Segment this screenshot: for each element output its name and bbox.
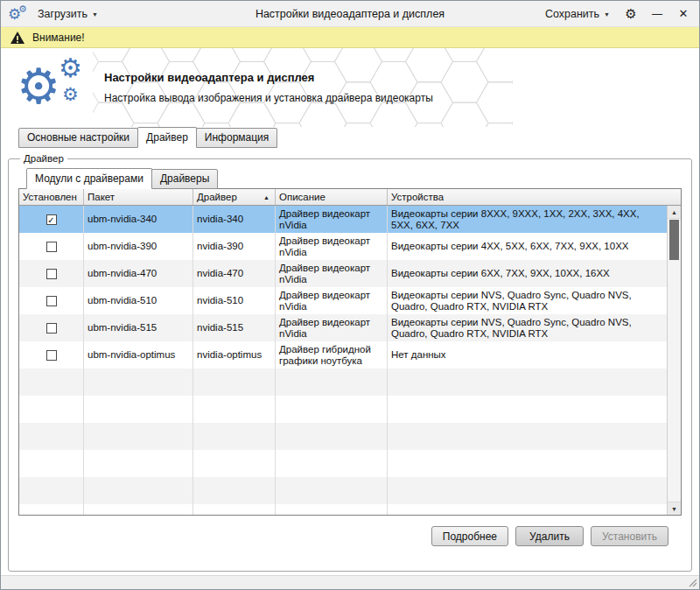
empty-cell [84, 423, 193, 450]
installed-checkbox[interactable] [46, 269, 57, 279]
installed-cell [19, 314, 84, 341]
empty-cell [276, 450, 388, 477]
content-area: Драйвер Модули с драйверами Драйверы Уст… [1, 148, 699, 575]
installed-cell [19, 260, 84, 287]
empty-cell [193, 369, 276, 396]
package-cell: ubm-nvidia-515 [84, 314, 193, 341]
status-bar [1, 575, 699, 589]
table-row[interactable]: ubm-nvidia-390 nvidia-390 Драйвер видеок… [19, 233, 667, 260]
vertical-scrollbar[interactable]: ▲ ▼ [667, 206, 681, 515]
table-row-empty [19, 477, 667, 504]
resize-grip-icon[interactable] [688, 578, 697, 587]
tab-driver[interactable]: Драйвер [137, 127, 197, 148]
empty-cell [276, 504, 388, 515]
tab-driver-modules[interactable]: Модули с драйверами [26, 168, 152, 189]
empty-cell [388, 369, 667, 396]
driver-cell: nvidia-510 [193, 287, 276, 314]
page-title: Настройки видеоадаптера и дисплея [104, 71, 433, 84]
devices-cell: Видеокарты серии NVS, Quadro Sync, Quadr… [388, 314, 667, 341]
minimize-button[interactable]: — [645, 4, 669, 25]
details-button[interactable]: Подробнее [431, 526, 508, 546]
page-subtitle: Настройка вывода изображения и установка… [104, 92, 433, 104]
installed-checkbox[interactable]: ✓ [46, 214, 57, 225]
table-row[interactable]: ubm-nvidia-515 nvidia-515 Драйвер видеок… [19, 314, 667, 341]
warning-icon [10, 31, 25, 45]
installed-cell [19, 341, 84, 369]
package-cell: ubm-nvidia-510 [84, 287, 193, 314]
scroll-down-icon[interactable]: ▼ [668, 502, 681, 515]
scrollbar-thumb[interactable] [669, 220, 679, 260]
empty-cell [193, 450, 276, 477]
scroll-up-icon[interactable]: ▲ [668, 206, 681, 219]
package-cell: ubm-nvidia-470 [84, 260, 193, 287]
table-row[interactable]: ubm-nvidia-510 nvidia-510 Драйвер видеок… [19, 287, 667, 314]
empty-cell [84, 450, 193, 477]
installed-cell [19, 287, 84, 314]
empty-cell [84, 396, 193, 423]
description-cell: Драйвер видеокарт nVidia [276, 287, 388, 314]
empty-cell [388, 450, 667, 477]
table-row[interactable]: ✓ ubm-nvidia-340 nvidia-340 Драйвер виде… [19, 206, 667, 233]
table-row[interactable]: ubm-nvidia-optimus nvidia-optimus Драйве… [19, 341, 667, 369]
table-row-empty [19, 504, 667, 515]
empty-cell [388, 423, 667, 450]
table-row-empty [19, 396, 667, 423]
settings-gear-icon[interactable]: ⚙ [619, 4, 643, 25]
empty-cell [193, 396, 276, 423]
warning-text: Внимание! [32, 32, 85, 44]
tab-drivers[interactable]: Драйверы [151, 169, 218, 189]
table-row-empty [19, 450, 667, 477]
tab-information[interactable]: Информация [196, 128, 277, 148]
column-header-description[interactable]: Описание [276, 189, 388, 205]
dropdown-arrow-icon: ▼ [604, 10, 610, 18]
column-header-installed[interactable]: Установлен [19, 189, 84, 205]
empty-cell [193, 477, 276, 504]
scrollbar-track[interactable] [668, 219, 681, 502]
driver-cell: nvidia-optimus [193, 341, 276, 369]
description-cell: Драйвер гибридной графики ноутбука [276, 341, 388, 369]
empty-cell [388, 396, 667, 423]
empty-cell [19, 396, 84, 423]
devices-cell: Видеокарты серии NVS, Quadro Sync, Quadr… [388, 287, 667, 314]
installed-checkbox[interactable] [46, 350, 57, 361]
installed-checkbox[interactable] [46, 296, 57, 306]
sort-ascending-icon: ▲ [263, 194, 271, 200]
column-header-devices[interactable]: Устройства [388, 189, 681, 205]
main-tab-bar: Основные настройки Драйвер Информация [1, 127, 699, 148]
empty-cell [19, 450, 84, 477]
app-window: Настройки видеоадаптера и дисплея ⚙ ⚙ За… [0, 0, 700, 590]
install-button[interactable]: Установить [591, 526, 668, 546]
dropdown-arrow-icon: ▼ [92, 10, 98, 18]
load-button[interactable]: Загрузить ▼ [31, 4, 105, 24]
installed-checkbox[interactable] [46, 323, 57, 334]
devices-cell: Нет данных [388, 341, 667, 369]
empty-cell [193, 423, 276, 450]
empty-cell [388, 504, 667, 515]
empty-cell [84, 369, 193, 396]
column-header-driver[interactable]: Драйвер ▲ [193, 189, 276, 205]
empty-cell [19, 477, 84, 504]
table-row-empty [19, 369, 667, 396]
empty-cell [84, 504, 193, 515]
driver-cell: nvidia-390 [193, 233, 276, 260]
empty-cell [19, 369, 84, 396]
description-cell: Драйвер видеокарт nVidia [276, 314, 388, 341]
driver-groupbox: Драйвер Модули с драйверами Драйверы Уст… [8, 153, 692, 572]
save-button[interactable]: Сохранить ▼ [538, 4, 617, 24]
column-header-package[interactable]: Пакет [84, 189, 193, 205]
devices-cell: Видеокарты серии 4XX, 5XX, 6XX, 7XX, 9XX… [388, 233, 667, 260]
empty-cell [388, 477, 667, 504]
devices-cell: Видеокарты серии 8XXX, 9XXX, 1XX, 2XX, 3… [388, 206, 667, 233]
delete-button[interactable]: Удалить [515, 526, 584, 546]
table-row[interactable]: ubm-nvidia-470 nvidia-470 Драйвер видеок… [19, 260, 667, 287]
driver-table: Установлен Пакет Драйвер ▲ Описание Устр… [18, 188, 682, 516]
close-button[interactable]: ✕ [671, 4, 696, 25]
empty-cell [19, 423, 84, 450]
inner-tab-bar: Модули с драйверами Драйверы [18, 169, 682, 189]
empty-cell [84, 477, 193, 504]
table-row-empty [19, 423, 667, 450]
tab-basic-settings[interactable]: Основные настройки [18, 128, 138, 148]
groupbox-label: Драйвер [20, 153, 67, 164]
installed-checkbox[interactable] [46, 242, 57, 252]
table-body: ✓ ubm-nvidia-340 nvidia-340 Драйвер виде… [19, 206, 667, 515]
